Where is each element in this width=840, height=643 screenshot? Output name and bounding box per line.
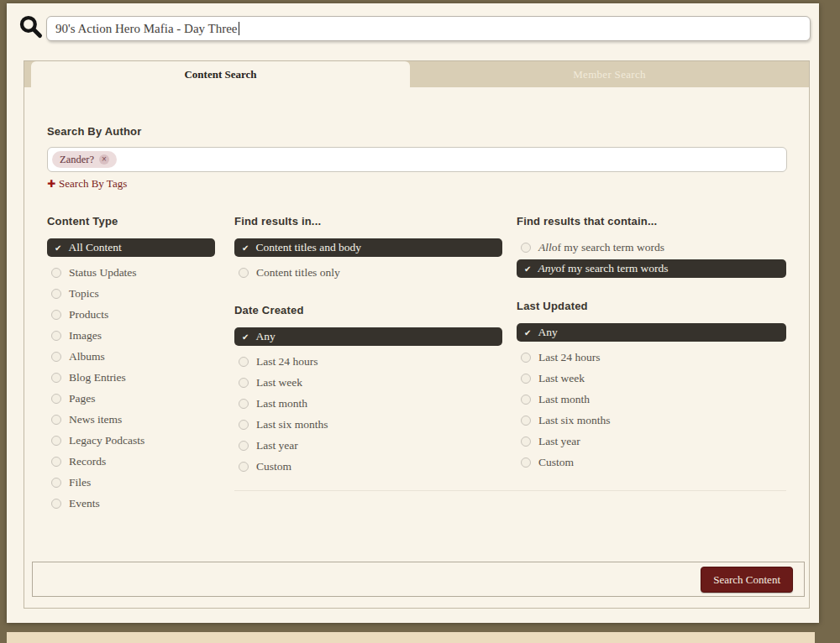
filter-option[interactable]: ✔Any of my search term words <box>517 259 786 278</box>
radio-icon <box>521 395 531 405</box>
radio-icon <box>521 243 531 253</box>
date-created-label: Date Created <box>234 304 304 316</box>
filter-option[interactable]: ✔All Content <box>47 238 215 257</box>
plus-icon: ✚ <box>47 178 55 190</box>
remove-tag-icon[interactable]: × <box>99 154 109 165</box>
check-icon: ✔ <box>55 243 61 253</box>
filter-option[interactable]: ✔Content titles and body <box>234 238 502 257</box>
radio-icon <box>51 289 61 299</box>
filter-option[interactable]: ✔Last year <box>234 437 502 455</box>
radio-icon <box>239 357 249 367</box>
filter-option[interactable]: ✔Products <box>47 306 215 324</box>
filter-option[interactable]: ✔Last six months <box>234 416 502 434</box>
filter-columns: Content Type ✔All Content✔Status Updates… <box>47 213 786 515</box>
middle-column: Find results in... ✔Content titles and b… <box>234 213 502 478</box>
radio-icon <box>51 394 61 404</box>
search-overlay: 90's Action Hero Mafia - Day Three Conte… <box>7 3 819 623</box>
contain-options: ✔All of my search term words✔Any of my s… <box>517 238 786 278</box>
search-input-value: 90's Action Hero Mafia - Day Three <box>55 22 238 35</box>
tab-content-search[interactable]: Content Search <box>31 61 410 87</box>
radio-icon <box>239 399 249 409</box>
filter-option[interactable]: ✔Pages <box>47 389 215 408</box>
filter-group-content-type: Content Type ✔All Content✔Status Updates… <box>47 213 215 515</box>
content-type-label: Content Type <box>47 215 118 227</box>
filter-option[interactable]: ✔Any <box>517 323 786 342</box>
author-tag[interactable]: Zander? × <box>52 151 117 168</box>
search-by-author-label: Search By Author <box>47 125 786 138</box>
filter-option[interactable]: ✔Custom <box>234 457 502 476</box>
global-search-row: 90's Action Hero Mafia - Day Three <box>7 3 819 54</box>
radio-icon <box>521 374 531 384</box>
filter-option[interactable]: ✔Albums <box>47 348 215 366</box>
tab-member-search[interactable]: Member Search <box>410 61 809 87</box>
filter-option[interactable]: ✔Status Updates <box>47 264 215 282</box>
right-columns: Find results in... ✔Content titles and b… <box>234 213 786 515</box>
filter-group-contain: Find results that contain... ✔All of my … <box>517 213 786 278</box>
search-by-tags-link[interactable]: ✚Search By Tags <box>47 177 786 191</box>
filter-option[interactable]: ✔Legacy Podcasts <box>47 431 215 450</box>
check-icon: ✔ <box>242 243 249 253</box>
filter-option[interactable]: ✔Last week <box>517 369 786 388</box>
content-search-form: Search By Author Zander? × ✚Search By Ta… <box>24 87 809 515</box>
filter-option[interactable]: ✔Last six months <box>517 411 786 430</box>
filter-option[interactable]: ✔Last week <box>234 374 502 392</box>
filter-option[interactable]: ✔Topics <box>47 285 215 303</box>
form-footer: Search Content <box>32 562 805 597</box>
page-background-strip <box>7 632 815 643</box>
radio-icon <box>239 441 249 451</box>
radio-icon <box>51 415 61 425</box>
filter-option[interactable]: ✔Blog Entries <box>47 369 215 387</box>
radio-icon <box>51 457 61 467</box>
radio-icon <box>51 478 61 488</box>
filter-option[interactable]: ✔Content titles only <box>234 264 502 282</box>
filter-option[interactable]: ✔Custom <box>517 453 786 472</box>
find-in-label: Find results in... <box>234 215 321 227</box>
filter-option[interactable]: ✔Last year <box>517 432 786 451</box>
radio-icon <box>521 353 531 363</box>
filter-group-date-created: Date Created ✔Any✔Last 24 hours✔Last wee… <box>234 302 502 476</box>
filter-option[interactable]: ✔All of my search term words <box>517 238 786 257</box>
radio-icon <box>239 420 249 430</box>
filter-option[interactable]: ✔Last 24 hours <box>517 348 786 367</box>
radio-icon <box>239 462 249 472</box>
content-type-options: ✔All Content✔Status Updates✔Topics✔Produ… <box>47 238 215 513</box>
radio-icon <box>51 499 61 509</box>
contain-label: Find results that contain... <box>517 215 657 227</box>
filter-option[interactable]: ✔Images <box>47 327 215 345</box>
text-caret <box>239 22 239 35</box>
filter-option[interactable]: ✔Last month <box>517 390 786 409</box>
author-input[interactable]: Zander? × <box>47 147 787 172</box>
filter-option[interactable]: ✔Events <box>47 494 215 513</box>
radio-icon <box>51 352 61 362</box>
right-column: Find results that contain... ✔All of my … <box>517 213 786 478</box>
author-tag-text: Zander? <box>60 154 94 166</box>
search-input[interactable]: 90's Action Hero Mafia - Day Three <box>46 16 811 41</box>
filter-option[interactable]: ✔News items <box>47 410 215 429</box>
radio-icon <box>51 268 61 278</box>
tab-bar: Content Search Member Search <box>24 61 809 87</box>
radio-icon <box>521 437 531 447</box>
radio-icon <box>521 457 531 468</box>
filter-option[interactable]: ✔Last 24 hours <box>234 353 502 371</box>
radio-icon <box>239 268 249 278</box>
find-in-options: ✔Content titles and body✔Content titles … <box>234 238 502 282</box>
radio-icon <box>51 373 61 383</box>
section-divider <box>234 490 786 491</box>
search-by-tags-label: Search By Tags <box>59 177 127 190</box>
radio-icon <box>51 436 61 446</box>
filter-option[interactable]: ✔Any <box>234 327 502 346</box>
filter-option[interactable]: ✔Files <box>47 473 215 492</box>
last-updated-options: ✔Any✔Last 24 hours✔Last week✔Last month✔… <box>517 323 786 472</box>
radio-icon <box>51 331 61 341</box>
radio-icon <box>239 378 249 388</box>
search-icon <box>18 14 44 39</box>
radio-icon <box>51 310 61 320</box>
radio-icon <box>521 416 531 426</box>
check-icon: ✔ <box>242 332 249 342</box>
search-content-button[interactable]: Search Content <box>701 567 793 593</box>
tab-spacer <box>24 61 31 87</box>
filter-option[interactable]: ✔Records <box>47 452 215 471</box>
filter-option[interactable]: ✔Last month <box>234 395 502 413</box>
filter-group-find-in: Find results in... ✔Content titles and b… <box>234 213 502 282</box>
filter-group-last-updated: Last Updated ✔Any✔Last 24 hours✔Last wee… <box>517 298 786 472</box>
